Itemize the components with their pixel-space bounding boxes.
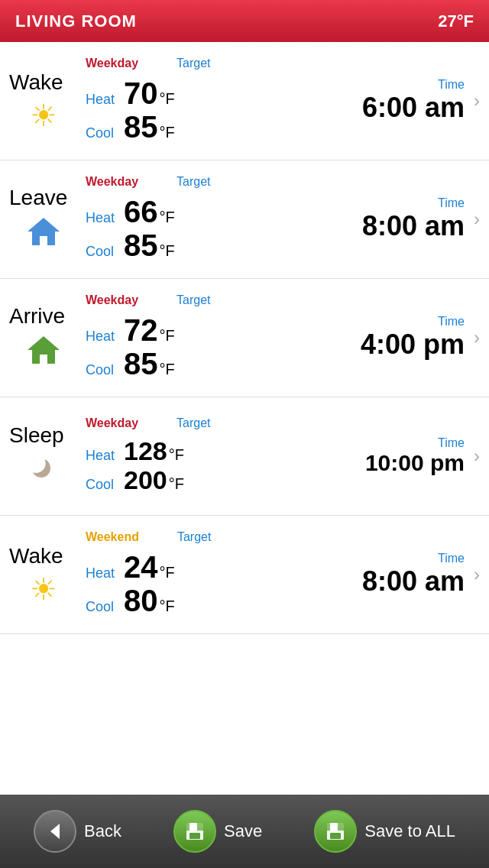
- home-blue-icon: [26, 215, 61, 248]
- back-label: Back: [84, 821, 121, 841]
- heat-label-0: Heat: [86, 92, 124, 108]
- time-header-0: Time: [438, 78, 465, 92]
- heat-value-1: 66: [124, 196, 158, 227]
- chevron-icon-2: ›: [474, 327, 480, 348]
- chevron-icon-4: ›: [474, 564, 480, 585]
- period-icon-2: [26, 333, 61, 372]
- cool-row-3: Cool 200 °F: [86, 467, 327, 493]
- cool-value-1: 85: [124, 230, 158, 261]
- row-middle-3: Weekday Target Heat 128 °F Cool 200 °F: [78, 416, 327, 496]
- chevron-icon-1: ›: [474, 209, 480, 230]
- schedule-row[interactable]: Leave Weekday Target Heat 66 °F Cool 85 …: [0, 160, 489, 279]
- cool-row-4: Cool 80 °F: [86, 585, 327, 616]
- time-value-3: 10:00 pm: [365, 450, 465, 476]
- target-header-2: Target: [176, 293, 210, 307]
- heat-label-2: Heat: [86, 329, 124, 345]
- target-temps-4: Heat 24 °F Cool 80 °F: [86, 552, 327, 619]
- time-header-1: Time: [438, 196, 465, 210]
- heat-label-4: Heat: [86, 565, 124, 581]
- room-title: LIVING ROOM: [15, 11, 137, 31]
- cool-row-1: Cool 85 °F: [86, 230, 327, 261]
- cool-value-0: 85: [124, 112, 158, 142]
- home-green-icon: [26, 333, 61, 367]
- cool-row-0: Cool 85 °F: [86, 112, 327, 142]
- heat-value-4: 24: [124, 552, 158, 582]
- save-label: Save: [224, 821, 262, 841]
- schedule-container: Wake ☀ Weekday Target Heat 70 °F Cool 85…: [0, 42, 489, 795]
- save-all-label: Save to ALL: [364, 821, 455, 841]
- svg-rect-10: [330, 833, 341, 839]
- cool-value-2: 85: [124, 348, 158, 379]
- save-all-button[interactable]: Save to ALL: [314, 810, 455, 853]
- cool-row-2: Cool 85 °F: [86, 348, 327, 379]
- row-left-0: Wake ☀: [9, 70, 78, 131]
- svg-marker-1: [28, 336, 60, 364]
- heat-value-3: 128: [124, 438, 167, 464]
- target-header-0: Target: [176, 57, 210, 70]
- heat-row-0: Heat 70 °F: [86, 78, 327, 108]
- cool-unit-1: °F: [160, 242, 175, 260]
- svg-rect-8: [330, 823, 338, 831]
- sun-icon: ☀: [30, 572, 57, 606]
- chevron-icon-0: ›: [474, 90, 480, 112]
- row-right-3[interactable]: Time 10:00 pm ›: [327, 436, 480, 476]
- row-left-4: Wake ☀: [9, 544, 78, 605]
- heat-unit-3: °F: [169, 446, 184, 464]
- day-type-3: Weekday: [86, 416, 138, 432]
- period-icon-0: ☀: [30, 99, 57, 131]
- time-value-0: 6:00 am: [362, 92, 465, 124]
- row-middle-2: Weekday Target Heat 72 °F Cool 85 °F: [78, 293, 327, 382]
- period-label-3: Sleep: [9, 423, 64, 448]
- cool-unit-0: °F: [160, 124, 175, 141]
- target-temps-2: Heat 72 °F Cool 85 °F: [86, 315, 327, 382]
- schedule-row[interactable]: Arrive Weekday Target Heat 72 °F Cool 85…: [0, 279, 489, 397]
- heat-row-2: Heat 72 °F: [86, 315, 327, 345]
- moon-icon: [28, 452, 60, 484]
- cool-value-4: 80: [124, 585, 158, 616]
- cool-value-3: 200: [124, 467, 167, 493]
- cool-label-3: Cool: [86, 477, 124, 493]
- row-left-2: Arrive: [9, 304, 78, 372]
- svg-rect-4: [189, 823, 197, 831]
- row-left-1: Leave: [9, 186, 78, 254]
- save-all-icon-circle: [314, 810, 357, 853]
- target-temps-3: Heat 128 °F Cool 200 °F: [86, 438, 327, 496]
- day-type-1: Weekday: [86, 175, 138, 190]
- bottom-bar: Back Save Save to ALL: [0, 795, 489, 868]
- day-type-2: Weekday: [86, 293, 138, 309]
- row-right-1[interactable]: Time 8:00 am ›: [327, 196, 480, 242]
- row-middle-0: Weekday Target Heat 70 °F Cool 85 °F: [78, 57, 327, 145]
- period-label-0: Wake: [9, 70, 63, 95]
- target-header-4: Target: [177, 530, 211, 544]
- period-icon-1: [26, 215, 61, 254]
- row-right-2[interactable]: Time 4:00 pm ›: [327, 315, 480, 361]
- heat-unit-0: °F: [160, 90, 175, 108]
- period-label-1: Leave: [9, 186, 67, 210]
- row-middle-1: Weekday Target Heat 66 °F Cool 85 °F: [78, 175, 327, 264]
- time-header-2: Time: [438, 315, 465, 329]
- time-value-2: 4:00 pm: [361, 329, 465, 361]
- row-right-0[interactable]: Time 6:00 am ›: [327, 78, 480, 124]
- current-temp: 27°F: [438, 11, 474, 31]
- schedule-row[interactable]: Wake ☀ Weekday Target Heat 70 °F Cool 85…: [0, 42, 489, 160]
- target-temps-1: Heat 66 °F Cool 85 °F: [86, 196, 327, 264]
- back-button[interactable]: Back: [34, 810, 121, 853]
- schedule-row[interactable]: Sleep Weekday Target Heat 128 °F Cool 20…: [0, 397, 489, 516]
- period-icon-4: ☀: [30, 573, 57, 605]
- period-icon-3: [28, 452, 60, 490]
- heat-row-3: Heat 128 °F: [86, 438, 327, 464]
- cool-unit-2: °F: [160, 361, 175, 378]
- svg-marker-0: [28, 218, 60, 245]
- chevron-icon-3: ›: [474, 445, 480, 467]
- period-label-2: Arrive: [9, 304, 65, 329]
- heat-unit-4: °F: [160, 564, 175, 581]
- schedule-row[interactable]: Wake ☀ Weekend Target Heat 24 °F Cool 80…: [0, 516, 489, 634]
- cool-label-1: Cool: [86, 244, 124, 260]
- heat-row-4: Heat 24 °F: [86, 552, 327, 582]
- sun-icon: ☀: [30, 99, 57, 132]
- row-right-4[interactable]: Time 8:00 am ›: [327, 552, 480, 598]
- save-button[interactable]: Save: [173, 810, 262, 853]
- cool-unit-3: °F: [169, 475, 184, 493]
- day-type-4: Weekend: [86, 530, 139, 546]
- cool-label-4: Cool: [86, 599, 124, 615]
